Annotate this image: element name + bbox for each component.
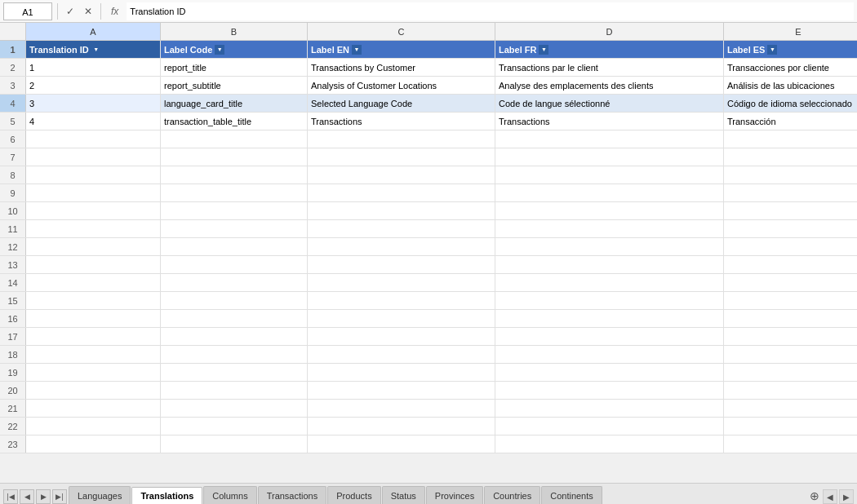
empty-cell[interactable] <box>308 274 495 291</box>
empty-cell[interactable] <box>26 418 161 435</box>
filter-btn-D[interactable]: ▼ <box>539 45 548 55</box>
empty-cell[interactable] <box>724 382 857 399</box>
empty-cell[interactable] <box>26 346 161 363</box>
empty-cell[interactable] <box>724 400 857 417</box>
empty-cell[interactable] <box>308 364 495 381</box>
empty-cell[interactable] <box>161 364 308 381</box>
row-num-19[interactable]: 19 <box>0 364 26 381</box>
empty-cell[interactable] <box>495 202 724 219</box>
sheet-tab-provinces[interactable]: Provinces <box>426 486 483 504</box>
empty-cell[interactable] <box>724 130 857 148</box>
cell-3-D[interactable]: Analyse des emplacements des clients <box>495 77 724 94</box>
empty-cell[interactable] <box>495 310 724 327</box>
cell-2-C[interactable]: Transactions by Customer <box>308 59 495 76</box>
cell-5-B[interactable]: transaction_table_title <box>161 113 308 130</box>
empty-cell[interactable] <box>308 310 495 327</box>
empty-cell[interactable] <box>161 220 308 237</box>
cell-4-D[interactable]: Code de langue sélectionné <box>495 95 724 112</box>
empty-cell[interactable] <box>26 328 161 345</box>
add-sheet-button[interactable]: ⊕ <box>806 488 823 504</box>
empty-cell[interactable] <box>308 202 495 219</box>
empty-cell[interactable] <box>161 382 308 399</box>
col-header-E[interactable]: E <box>724 23 857 40</box>
empty-cell[interactable] <box>724 292 857 309</box>
formula-input[interactable] <box>127 2 854 20</box>
col-header-C[interactable]: C <box>308 23 495 40</box>
row-num-6[interactable]: 6 <box>0 130 26 148</box>
cell-reference-box[interactable]: A1 <box>3 2 52 20</box>
row-num-15[interactable]: 15 <box>0 292 26 309</box>
empty-cell[interactable] <box>161 435 308 453</box>
cell-3-A[interactable]: 2 <box>26 77 161 94</box>
empty-cell[interactable] <box>161 418 308 435</box>
empty-cell[interactable] <box>161 256 308 273</box>
tab-scroll-left-btn[interactable]: ◀ <box>823 489 837 504</box>
sheet-tab-continents[interactable]: Continents <box>541 486 602 504</box>
cell-4-B[interactable]: language_card_title <box>161 95 308 112</box>
empty-cell[interactable] <box>308 148 495 166</box>
empty-cell[interactable] <box>308 256 495 273</box>
empty-cell[interactable] <box>308 238 495 255</box>
row-num-23[interactable]: 23 <box>0 435 26 453</box>
empty-cell[interactable] <box>495 184 724 201</box>
empty-cell[interactable] <box>724 364 857 381</box>
row-num-10[interactable]: 10 <box>0 202 26 219</box>
sheet-tab-transactions[interactable]: Transactions <box>258 486 327 504</box>
empty-cell[interactable] <box>26 364 161 381</box>
empty-cell[interactable] <box>161 274 308 291</box>
empty-cell[interactable] <box>724 435 857 453</box>
empty-cell[interactable] <box>161 346 308 363</box>
empty-cell[interactable] <box>161 148 308 166</box>
sheet-tab-columns[interactable]: Columns <box>203 486 256 504</box>
empty-cell[interactable] <box>308 184 495 201</box>
filter-btn-C[interactable]: ▼ <box>352 45 362 55</box>
cell-5-E[interactable]: Transacción <box>724 113 857 130</box>
row-num-14[interactable]: 14 <box>0 274 26 291</box>
empty-cell[interactable] <box>308 382 495 399</box>
header-cell-label-es[interactable]: Label ES ▼ <box>724 41 857 58</box>
cell-3-E[interactable]: Análisis de las ubicaciones <box>724 77 857 94</box>
filter-btn-A[interactable]: ▼ <box>91 45 101 55</box>
header-cell-translation-id[interactable]: Translation ID ▼ <box>26 41 161 58</box>
row-num-17[interactable]: 17 <box>0 328 26 345</box>
empty-cell[interactable] <box>26 238 161 255</box>
tab-nav-prev[interactable]: ◀ <box>20 489 34 504</box>
empty-cell[interactable] <box>26 382 161 399</box>
cell-3-B[interactable]: report_subtitle <box>161 77 308 94</box>
cell-4-C[interactable]: Selected Language Code <box>308 95 495 112</box>
empty-cell[interactable] <box>26 310 161 327</box>
empty-cell[interactable] <box>26 148 161 166</box>
empty-cell[interactable] <box>161 328 308 345</box>
row-num-12[interactable]: 12 <box>0 238 26 255</box>
empty-cell[interactable] <box>495 418 724 435</box>
row-num-4[interactable]: 4 <box>0 95 26 112</box>
empty-cell[interactable] <box>161 400 308 417</box>
empty-cell[interactable] <box>161 292 308 309</box>
empty-cell[interactable] <box>308 328 495 345</box>
empty-cell[interactable] <box>161 166 308 183</box>
empty-cell[interactable] <box>495 256 724 273</box>
empty-cell[interactable] <box>724 148 857 166</box>
empty-cell[interactable] <box>495 274 724 291</box>
cell-3-C[interactable]: Analysis of Customer Locations <box>308 77 495 94</box>
empty-cell[interactable] <box>495 148 724 166</box>
empty-cell[interactable] <box>308 346 495 363</box>
tab-nav-next-next[interactable]: ▶| <box>52 489 67 504</box>
filter-btn-B[interactable]: ▼ <box>215 45 224 55</box>
empty-cell[interactable] <box>308 292 495 309</box>
empty-cell[interactable] <box>495 346 724 363</box>
tab-nav-prev-prev[interactable]: |◀ <box>3 489 18 504</box>
row-num-22[interactable]: 22 <box>0 418 26 435</box>
empty-cell[interactable] <box>26 274 161 291</box>
sheet-tab-translations[interactable]: Translations <box>131 487 202 504</box>
empty-cell[interactable] <box>308 418 495 435</box>
row-num-2[interactable]: 2 <box>0 59 26 76</box>
empty-cell[interactable] <box>161 130 308 148</box>
empty-cell[interactable] <box>26 400 161 417</box>
empty-cell[interactable] <box>495 400 724 417</box>
empty-cell[interactable] <box>26 256 161 273</box>
empty-cell[interactable] <box>161 238 308 255</box>
cell-2-E[interactable]: Transacciones por cliente <box>724 59 857 76</box>
header-cell-label-code[interactable]: Label Code ▼ <box>161 41 308 58</box>
empty-cell[interactable] <box>26 184 161 201</box>
